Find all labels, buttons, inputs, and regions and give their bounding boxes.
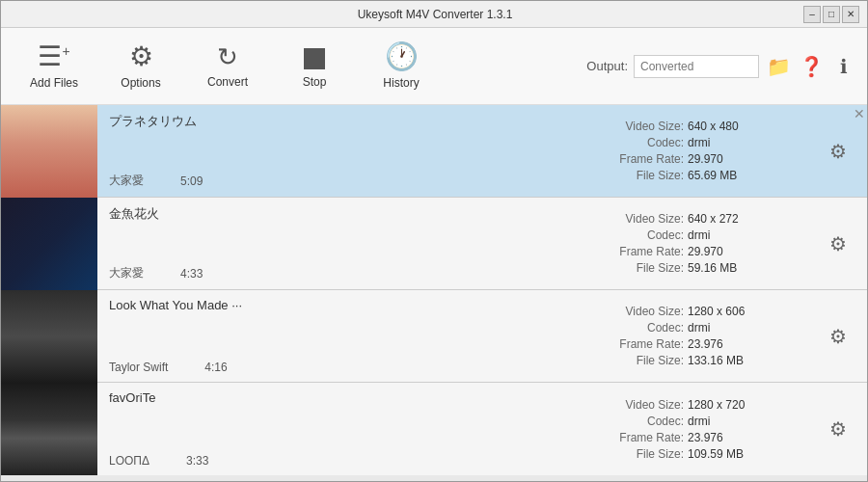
maximize-button[interactable]: □ xyxy=(823,6,840,23)
file-info: プラネタリウム 大家愛 5:09 xyxy=(97,105,597,197)
file-actions: ⚙ xyxy=(809,290,867,382)
spec-codec: Codec: drmi xyxy=(609,228,798,242)
convert-button[interactable]: ↻ Convert xyxy=(184,28,271,105)
spec-codec-value: drmi xyxy=(688,415,710,428)
spec-filesize-value: 65.69 MB xyxy=(688,169,737,182)
spec-framerate: Frame Rate: 23.976 xyxy=(609,337,798,351)
thumb-image xyxy=(1,383,97,475)
spec-codec-value: drmi xyxy=(688,228,710,242)
title-bar: Ukeysoft M4V Converter 1.3.1 – □ ✕ xyxy=(1,1,867,28)
minimize-button[interactable]: – xyxy=(803,6,821,23)
spec-videosize: Video Size: 1280 x 720 xyxy=(609,398,798,412)
table-row[interactable]: favOriTe LOOΠΔ 3:33 Video Size: 1280 x 7… xyxy=(1,383,867,475)
spec-codec-value: drmi xyxy=(688,321,710,335)
settings-button[interactable]: ⚙ xyxy=(829,417,847,441)
spec-videosize: Video Size: 640 x 272 xyxy=(609,212,798,226)
spec-videosize-value: 640 x 272 xyxy=(688,212,739,226)
spec-framerate: Frame Rate: 23.976 xyxy=(609,431,798,444)
file-duration: 5:09 xyxy=(180,174,203,188)
close-row-button[interactable]: ✕ xyxy=(854,107,865,120)
file-duration: 3:33 xyxy=(186,454,208,468)
thumbnail xyxy=(1,198,97,290)
spec-filesize-label: File Size: xyxy=(609,261,684,275)
spec-videosize-value: 1280 x 606 xyxy=(688,305,745,318)
options-icon: ⚙ xyxy=(129,43,153,70)
spec-framerate-value: 29.970 xyxy=(688,245,723,258)
file-meta: LOOΠΔ 3:33 xyxy=(109,454,585,468)
output-section: Output: 📁 ❓ ℹ xyxy=(586,53,857,80)
convert-icon: ↻ xyxy=(217,44,238,69)
spec-filesize: File Size: 109.59 MB xyxy=(609,447,798,461)
settings-button[interactable]: ⚙ xyxy=(829,232,847,255)
close-button[interactable]: ✕ xyxy=(842,6,859,23)
file-specs: Video Size: 1280 x 720 Codec: drmi Frame… xyxy=(597,383,809,475)
file-list: プラネタリウム 大家愛 5:09 Video Size: 640 x 480 C… xyxy=(1,105,867,482)
spec-codec: Codec: drmi xyxy=(609,415,798,428)
thumbnail xyxy=(1,105,97,198)
stop-button[interactable]: Stop xyxy=(271,28,358,105)
file-title: Look What You Made ··· xyxy=(109,298,585,312)
add-files-button[interactable]: ☰+ Add Files xyxy=(11,28,97,105)
toolbar: ☰+ Add Files ⚙ Options ↻ Convert Stop 🕐 … xyxy=(1,28,867,105)
history-icon: 🕐 xyxy=(385,43,419,70)
spec-videosize: Video Size: 1280 x 606 xyxy=(609,305,798,318)
thumb-image xyxy=(1,105,97,198)
spec-codec: Codec: drmi xyxy=(609,321,798,335)
spec-framerate-label: Frame Rate: xyxy=(609,431,684,444)
thumbnail xyxy=(1,290,97,383)
spec-codec: Codec: drmi xyxy=(609,136,798,149)
window-controls[interactable]: – □ ✕ xyxy=(803,6,859,23)
spec-codec-label: Codec: xyxy=(609,228,684,242)
file-artist: 大家愛 xyxy=(109,173,144,189)
file-artist: Taylor Swift xyxy=(109,361,168,374)
file-specs: Video Size: 640 x 480 Codec: drmi Frame … xyxy=(597,105,809,197)
settings-button[interactable]: ⚙ xyxy=(829,140,847,163)
file-actions: ⚙ xyxy=(809,198,867,289)
spec-framerate: Frame Rate: 29.970 xyxy=(609,245,798,258)
app-title: Ukeysoft M4V Converter 1.3.1 xyxy=(67,8,803,21)
spec-filesize: File Size: 59.16 MB xyxy=(609,261,798,275)
spec-videosize-label: Video Size: xyxy=(609,212,684,226)
help-button[interactable]: ❓ xyxy=(798,53,825,80)
table-row[interactable]: 金魚花火 大家愛 4:33 Video Size: 640 x 272 Code… xyxy=(1,198,867,290)
file-duration: 4:33 xyxy=(180,267,203,281)
stop-label: Stop xyxy=(303,75,327,89)
spec-framerate-label: Frame Rate: xyxy=(609,152,684,166)
spec-filesize-value: 109.59 MB xyxy=(688,447,744,461)
add-files-icon: ☰+ xyxy=(38,43,69,70)
spec-framerate-label: Frame Rate: xyxy=(609,337,684,351)
thumb-image xyxy=(1,198,97,290)
settings-button[interactable]: ⚙ xyxy=(829,325,847,348)
file-meta: 大家愛 4:33 xyxy=(109,265,585,281)
spec-framerate-value: 23.976 xyxy=(688,431,723,444)
spec-videosize-value: 1280 x 720 xyxy=(688,398,745,412)
spec-framerate-label: Frame Rate: xyxy=(609,245,684,258)
history-button[interactable]: 🕐 History xyxy=(358,28,445,105)
output-label: Output: xyxy=(586,59,628,73)
file-title: プラネタリウム xyxy=(109,113,585,130)
table-row[interactable]: プラネタリウム 大家愛 5:09 Video Size: 640 x 480 C… xyxy=(1,105,867,198)
spec-videosize-value: 640 x 480 xyxy=(688,120,739,133)
spec-codec-label: Codec: xyxy=(609,136,684,149)
thumbnail xyxy=(1,383,97,475)
file-meta: 大家愛 5:09 xyxy=(109,173,585,189)
file-specs: Video Size: 1280 x 606 Codec: drmi Frame… xyxy=(597,290,809,382)
add-files-label: Add Files xyxy=(30,76,78,90)
file-info: favOriTe LOOΠΔ 3:33 xyxy=(97,383,597,475)
spec-videosize-label: Video Size: xyxy=(609,305,684,318)
output-input[interactable] xyxy=(634,55,759,78)
spec-videosize-label: Video Size: xyxy=(609,120,684,133)
file-artist: 大家愛 xyxy=(109,265,144,281)
options-button[interactable]: ⚙ Options xyxy=(97,28,184,105)
file-title: 金魚花火 xyxy=(109,205,585,223)
spec-framerate-value: 23.976 xyxy=(688,337,723,351)
spec-filesize-label: File Size: xyxy=(609,447,684,461)
folder-button[interactable]: 📁 xyxy=(765,53,792,80)
convert-label: Convert xyxy=(207,75,248,89)
spec-codec-label: Codec: xyxy=(609,321,684,335)
spec-filesize: File Size: 133.16 MB xyxy=(609,354,798,367)
options-label: Options xyxy=(121,76,160,90)
info-button[interactable]: ℹ xyxy=(830,53,857,80)
table-row[interactable]: Look What You Made ··· Taylor Swift 4:16… xyxy=(1,290,867,383)
spec-filesize-value: 133.16 MB xyxy=(688,354,744,367)
